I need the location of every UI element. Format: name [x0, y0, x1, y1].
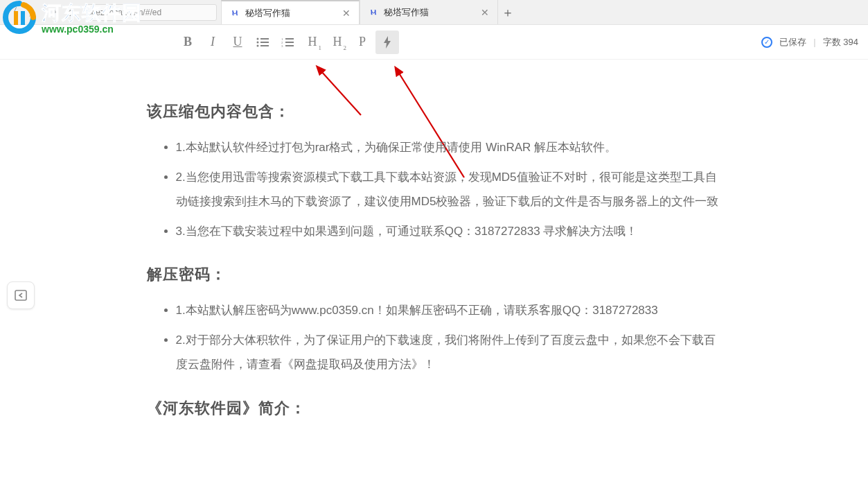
- list-ol-icon: 123: [281, 37, 294, 47]
- svg-rect-5: [260, 42, 269, 43]
- toolbar-group: B I U 123 H1 H2 P: [176, 31, 399, 54]
- heading2-button[interactable]: H2: [326, 31, 349, 54]
- saved-check-icon: ✓: [761, 37, 772, 48]
- wordcount: 字数 394: [823, 36, 858, 49]
- tab-title: 秘塔写作猫: [384, 6, 429, 19]
- separator: |: [813, 37, 815, 47]
- list-item: 3.当您在下载安装过程中如果遇到问题，可通过联系QQ：3187272833 寻求…: [176, 220, 722, 244]
- section-heading: 《河东软件园》简介：: [147, 398, 722, 419]
- editor-shell: B I U 123 H1 H2 P ✓ 已保存 | 字数 394: [0, 25, 868, 495]
- underline-button[interactable]: U: [226, 31, 249, 54]
- svg-rect-13: [285, 45, 294, 46]
- url-field[interactable]: xiezuocat.com/#/ed: [85, 4, 217, 21]
- ordered-list-button[interactable]: 123: [276, 31, 299, 54]
- lightning-icon: [382, 36, 392, 49]
- nav-controls: 〈 〉 ⟳ ⌂: [0, 7, 81, 18]
- section-list: 1.本站默认解压密码为www.pc0359.cn！如果解压密码不正确，请联系客服…: [147, 299, 722, 377]
- tabstrip: Ⲙ 秘塔写作猫 ✕ Ⲙ 秘塔写作猫 ✕ ＋: [221, 0, 517, 24]
- svg-point-4: [257, 41, 259, 43]
- browser-chrome: 〈 〉 ⟳ ⌂ xiezuocat.com/#/ed Ⲙ 秘塔写作猫 ✕ Ⲙ 秘…: [0, 0, 868, 25]
- svg-rect-11: [285, 42, 294, 43]
- back-button[interactable]: 〈: [7, 7, 18, 18]
- home-button[interactable]: ⌂: [67, 7, 74, 18]
- saved-label: 已保存: [779, 36, 806, 49]
- toolbar-status: ✓ 已保存 | 字数 394: [761, 36, 858, 49]
- forward-button[interactable]: 〉: [28, 7, 39, 18]
- svg-rect-7: [260, 45, 269, 46]
- list-item: 2.当您使用迅雷等搜索资源模式下载工具下载本站资源，发现MD5值验证不对时，很可…: [176, 166, 722, 214]
- italic-button[interactable]: I: [201, 31, 224, 54]
- document-body[interactable]: 该压缩包内容包含： 1.本站默认软件经过打包为rar格式，为确保正常使用请使用 …: [147, 101, 722, 419]
- section-heading: 该压缩包内容包含：: [147, 101, 722, 122]
- ai-rewrite-button[interactable]: [375, 31, 399, 54]
- editor-toolbar: B I U 123 H1 H2 P ✓ 已保存 | 字数 394: [0, 25, 868, 60]
- svg-point-6: [257, 44, 259, 46]
- new-tab-button[interactable]: ＋: [498, 0, 517, 24]
- favicon-icon: Ⲙ: [369, 8, 378, 17]
- browser-tab[interactable]: Ⲙ 秘塔写作猫 ✕: [360, 0, 498, 24]
- document-scroll[interactable]: 该压缩包内容包含： 1.本站默认软件经过打包为rar格式，为确保正常使用请使用 …: [0, 60, 868, 495]
- list-item: 2.对于部分大体积软件，为了保证用户的下载速度，我们将附件上传到了百度云盘中，如…: [176, 329, 722, 377]
- browser-tab[interactable]: Ⲙ 秘塔写作猫 ✕: [221, 0, 360, 24]
- close-icon[interactable]: ✕: [481, 7, 489, 18]
- svg-point-2: [257, 37, 259, 40]
- close-icon[interactable]: ✕: [342, 8, 351, 19]
- favicon-icon: Ⲙ: [230, 8, 240, 18]
- tab-title: 秘塔写作猫: [245, 7, 290, 19]
- heading1-button[interactable]: H1: [301, 31, 324, 54]
- svg-rect-3: [260, 38, 269, 40]
- list-ul-icon: [256, 37, 269, 47]
- unordered-list-button[interactable]: [251, 31, 274, 54]
- paragraph-button[interactable]: P: [351, 31, 374, 54]
- section-heading: 解压密码：: [147, 264, 722, 285]
- list-item: 1.本站默认解压密码为www.pc0359.cn！如果解压密码不正确，请联系客服…: [176, 299, 722, 323]
- svg-rect-9: [285, 38, 294, 40]
- reload-button[interactable]: ⟳: [48, 7, 57, 18]
- svg-text:3: 3: [281, 44, 283, 47]
- list-item: 1.本站默认软件经过打包为rar格式，为确保正常使用请使用 WinRAR 解压本…: [176, 136, 722, 160]
- bold-button[interactable]: B: [176, 31, 200, 54]
- section-list: 1.本站默认软件经过打包为rar格式，为确保正常使用请使用 WinRAR 解压本…: [147, 136, 722, 243]
